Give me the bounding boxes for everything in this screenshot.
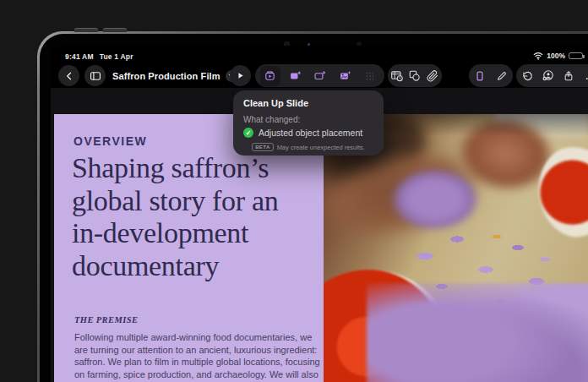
ipad-screen: 9:41 AMTue 1 Apr 100% Saffron Production… (51, 46, 588, 382)
undo-icon (521, 70, 533, 82)
play-icon (236, 71, 245, 80)
attachment-button[interactable] (424, 66, 442, 86)
popover-change-item: Adjusted object placement (259, 128, 362, 138)
status-date: Tue 1 Apr (100, 52, 133, 61)
volume-down-button (103, 28, 127, 32)
undo-button[interactable] (517, 66, 537, 86)
status-bar-left: 9:41 AMTue 1 Apr (65, 52, 133, 61)
markup-pen-button[interactable] (492, 66, 512, 86)
magic-new-slide-icon (289, 69, 302, 82)
volume-up-button (74, 28, 98, 32)
slide-body-text[interactable]: Following multiple award-winning food do… (74, 331, 326, 382)
slide-navigator-icon (90, 70, 101, 82)
format-tools-group (469, 64, 513, 87)
more-button[interactable]: … (580, 66, 588, 86)
attachment-icon (427, 70, 438, 82)
generate-image-button[interactable] (335, 66, 355, 86)
popover-beta-row: BETA May create unexpected results. (233, 143, 384, 151)
magic-new-slide-button[interactable] (285, 66, 305, 86)
collaborate-icon (542, 69, 554, 82)
play-button[interactable] (230, 65, 251, 86)
slide-title-line: global story for an (72, 185, 279, 218)
popover-change-row: ✓ Adjusted object placement (243, 128, 362, 138)
grid-icon (364, 70, 376, 82)
smart-table-button[interactable] (388, 66, 406, 86)
markup-pen-icon (496, 70, 508, 82)
clean-up-button[interactable] (260, 66, 280, 86)
format-icon (474, 70, 486, 82)
popover-title: Clean Up Slide (243, 98, 308, 108)
checkmark-icon: ✓ (243, 128, 253, 138)
clean-up-icon (264, 69, 276, 82)
generate-image-icon (339, 69, 351, 82)
status-time: 9:41 AM (65, 52, 94, 61)
add-slide-icon (313, 69, 326, 82)
status-bar-right: 100% (533, 52, 583, 60)
photo-flowers-bottom (367, 283, 588, 382)
slide-navigator-button[interactable] (84, 65, 106, 86)
add-slide-button[interactable] (310, 66, 330, 86)
slide-eyebrow[interactable]: OVERVIEW (74, 134, 147, 148)
battery-icon (569, 52, 583, 60)
beta-badge: BETA (252, 143, 274, 151)
scene: 9:41 AMTue 1 Apr 100% Saffron Production… (0, 0, 588, 382)
collaborate-button[interactable] (538, 66, 558, 86)
ai-tools-group (255, 64, 384, 87)
slide-title[interactable]: Shaping saffron’s global story for an in… (72, 152, 279, 282)
slide-subheading[interactable]: THE PREMISE (74, 315, 138, 325)
shapes-button[interactable] (406, 66, 423, 86)
popover-subtitle: What changed: (243, 115, 300, 124)
grid-button[interactable] (360, 66, 380, 86)
back-button[interactable] (58, 65, 79, 86)
document-title-group[interactable]: Saffron Production Film (112, 64, 237, 87)
table-clock-icon (390, 69, 403, 82)
back-icon (64, 71, 74, 81)
beta-note: May create unexpected results. (277, 144, 365, 151)
slide-title-line: documentary (72, 250, 279, 283)
battery-percent: 100% (547, 52, 565, 60)
shapes-icon (408, 69, 421, 82)
format-button[interactable] (470, 66, 490, 86)
share-icon (563, 70, 574, 82)
document-title[interactable]: Saffron Production Film (112, 71, 220, 81)
document-actions-group: … (516, 64, 588, 87)
toolbar: Saffron Production Film (51, 64, 588, 88)
insert-tools-group (388, 64, 442, 87)
share-button[interactable] (558, 66, 579, 86)
clean-up-popover: Clean Up Slide What changed: ✓ Adjusted … (233, 90, 384, 156)
slide-title-line: Shaping saffron’s (72, 152, 279, 185)
slide-title-line: in-development (72, 217, 279, 250)
wifi-icon (533, 52, 543, 60)
